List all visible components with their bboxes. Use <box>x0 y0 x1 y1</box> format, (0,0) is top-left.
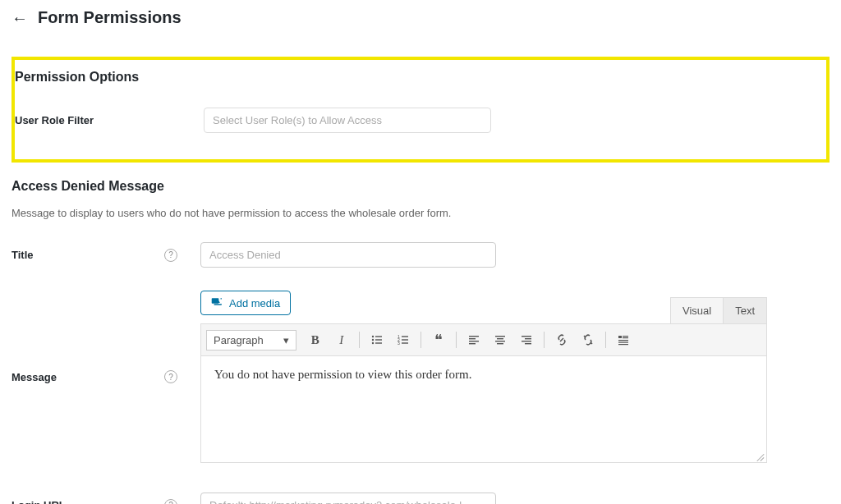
format-select[interactable]: Paragraph ▾ <box>206 330 296 351</box>
italic-button[interactable]: I <box>329 328 354 352</box>
svg-rect-6 <box>375 342 382 343</box>
media-icon <box>211 296 224 309</box>
svg-rect-24 <box>525 343 531 344</box>
svg-rect-15 <box>469 341 479 341</box>
visual-tab[interactable]: Visual <box>670 297 724 323</box>
help-icon[interactable]: ? <box>164 249 177 262</box>
svg-rect-22 <box>525 338 531 339</box>
editor-toolbar: Paragraph ▾ B I 123 ❝ <box>200 323 767 356</box>
resize-handle[interactable] <box>755 451 765 460</box>
svg-rect-30 <box>618 344 628 345</box>
align-left-button[interactable] <box>462 328 486 352</box>
login-url-label: Login URL <box>11 499 66 504</box>
permission-options-title: Permission Options <box>15 70 826 85</box>
svg-rect-16 <box>469 343 476 344</box>
svg-rect-25 <box>618 336 622 338</box>
svg-rect-26 <box>623 336 628 337</box>
help-icon[interactable]: ? <box>164 499 177 505</box>
numbered-list-button[interactable]: 123 <box>391 328 416 352</box>
login-url-input[interactable] <box>200 493 496 504</box>
bold-button[interactable]: B <box>303 328 328 352</box>
access-denied-title: Access Denied Message <box>11 179 830 194</box>
svg-rect-28 <box>618 340 628 341</box>
svg-rect-23 <box>522 341 531 341</box>
user-role-filter-label: User Role Filter <box>15 114 187 126</box>
svg-rect-19 <box>495 341 505 341</box>
svg-rect-10 <box>402 339 408 340</box>
toolbar-separator <box>544 332 545 348</box>
svg-rect-29 <box>618 342 628 343</box>
user-role-filter-select[interactable]: Select User Role(s) to Allow Access <box>204 108 491 133</box>
add-media-button[interactable]: Add media <box>200 291 291 315</box>
svg-point-1 <box>372 336 374 337</box>
message-editor[interactable]: You do not have permission to view this … <box>200 356 767 463</box>
help-icon[interactable]: ? <box>164 370 177 383</box>
svg-rect-4 <box>375 339 382 340</box>
svg-point-0 <box>214 300 215 301</box>
blockquote-button[interactable]: ❝ <box>426 328 451 352</box>
svg-point-5 <box>372 342 374 344</box>
title-input[interactable] <box>200 242 496 268</box>
svg-rect-13 <box>469 336 479 337</box>
unlink-button[interactable] <box>576 328 600 352</box>
bullet-list-button[interactable] <box>365 328 389 352</box>
svg-rect-20 <box>497 343 503 344</box>
title-field-label: Title <box>11 249 34 261</box>
svg-rect-17 <box>495 336 505 337</box>
page-title: Form Permissions <box>38 8 182 27</box>
svg-point-3 <box>372 339 374 341</box>
svg-rect-21 <box>522 336 531 337</box>
permission-options-highlight: Permission Options User Role Filter Sele… <box>11 57 830 163</box>
align-center-button[interactable] <box>488 328 512 352</box>
svg-rect-14 <box>469 338 476 339</box>
chevron-down-icon: ▾ <box>283 334 289 346</box>
toolbar-separator <box>359 332 360 348</box>
link-button[interactable] <box>549 328 574 352</box>
svg-rect-2 <box>375 336 382 337</box>
text-tab[interactable]: Text <box>724 297 767 323</box>
toolbar-separator <box>420 332 421 348</box>
access-denied-description: Message to display to users who do not h… <box>11 207 830 219</box>
message-content-text: You do not have permission to view this … <box>214 368 471 381</box>
toolbar-separator <box>605 332 606 348</box>
svg-rect-18 <box>497 338 503 339</box>
toolbar-toggle-button[interactable] <box>611 328 636 352</box>
svg-rect-12 <box>402 342 408 343</box>
format-label: Paragraph <box>214 334 264 346</box>
svg-text:3: 3 <box>398 341 400 346</box>
toolbar-separator <box>456 332 457 348</box>
back-arrow-icon[interactable]: ← <box>11 10 28 26</box>
svg-rect-27 <box>623 337 628 338</box>
svg-rect-8 <box>402 336 408 337</box>
add-media-label: Add media <box>229 297 280 309</box>
align-right-button[interactable] <box>514 328 539 352</box>
message-field-label: Message <box>11 371 57 383</box>
